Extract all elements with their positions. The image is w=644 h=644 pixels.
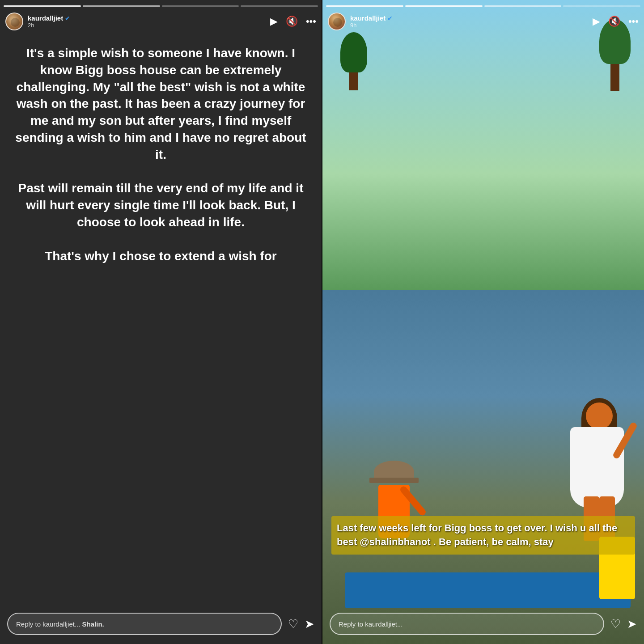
left-reply-placeholder: Reply to kaurdalljiet... Shalin. bbox=[16, 620, 104, 628]
right-reply-input[interactable]: Reply to kaurdalljiet... bbox=[330, 613, 604, 635]
right-progress-bar-1 bbox=[326, 5, 403, 7]
scene-sky bbox=[322, 0, 644, 290]
progress-bar-3 bbox=[162, 5, 239, 7]
right-send-icon[interactable]: ➤ bbox=[627, 617, 637, 631]
progress-bar-4 bbox=[241, 5, 318, 7]
right-username-row: kaurdalljiet ✔ bbox=[350, 14, 393, 22]
progress-bar-1 bbox=[4, 5, 81, 7]
left-username[interactable]: kaurdalljiet bbox=[28, 14, 63, 22]
right-story-panel: kaurdalljiet ✔ 9h ▶ 🔇 ••• Last few weeks… bbox=[322, 0, 644, 644]
left-play-button[interactable]: ▶ bbox=[270, 16, 278, 27]
left-reply-bar: Reply to kaurdalljiet... Shalin. ♡ ➤ bbox=[7, 613, 314, 635]
right-progress-bars bbox=[326, 5, 640, 7]
story-body-text: It's a simple wish to someone I have kno… bbox=[15, 46, 306, 263]
left-verified-icon: ✔ bbox=[65, 15, 70, 22]
left-story-header: kaurdalljiet ✔ 2h ▶ 🔇 ••• bbox=[5, 13, 316, 30]
left-heart-icon[interactable]: ♡ bbox=[288, 617, 298, 631]
right-header-left: kaurdalljiet ✔ 9h bbox=[328, 13, 393, 30]
left-reply-input[interactable]: Reply to kaurdalljiet... Shalin. bbox=[7, 613, 282, 635]
progress-bar-2 bbox=[83, 5, 160, 7]
right-username[interactable]: kaurdalljiet bbox=[350, 14, 386, 22]
left-header-left: kaurdalljiet ✔ 2h bbox=[5, 13, 70, 30]
left-story-text: It's a simple wish to someone I have kno… bbox=[9, 45, 313, 264]
right-overlay-text: Last few weeks left for Bigg boss to get… bbox=[337, 522, 617, 547]
right-timestamp: 9h bbox=[350, 22, 393, 29]
left-avatar[interactable] bbox=[5, 13, 23, 30]
right-progress-bar-4 bbox=[563, 5, 640, 7]
right-header-info: kaurdalljiet ✔ 9h bbox=[350, 14, 393, 29]
left-username-row: kaurdalljiet ✔ bbox=[28, 14, 70, 22]
left-progress-bars bbox=[4, 5, 318, 7]
left-header-controls: ▶ 🔇 ••• bbox=[270, 16, 316, 27]
right-reply-bar: Reply to kaurdalljiet... ♡ ➤ bbox=[330, 613, 637, 635]
right-play-button[interactable]: ▶ bbox=[593, 16, 600, 27]
left-mute-button[interactable]: 🔇 bbox=[286, 16, 298, 27]
left-more-button[interactable]: ••• bbox=[306, 16, 316, 27]
left-timestamp: 2h bbox=[28, 22, 70, 29]
right-progress-bar-3 bbox=[484, 5, 562, 7]
blue-boat bbox=[345, 572, 631, 608]
right-heart-icon[interactable]: ♡ bbox=[610, 617, 621, 631]
panel-divider bbox=[322, 0, 322, 644]
right-more-button[interactable]: ••• bbox=[628, 16, 639, 27]
right-progress-bar-2 bbox=[405, 5, 483, 7]
right-avatar[interactable] bbox=[328, 13, 346, 30]
left-header-info: kaurdalljiet ✔ 2h bbox=[28, 14, 70, 29]
left-send-icon[interactable]: ➤ bbox=[305, 617, 314, 631]
right-story-header: kaurdalljiet ✔ 9h ▶ 🔇 ••• bbox=[328, 13, 639, 30]
right-mute-button[interactable]: 🔇 bbox=[608, 16, 620, 27]
right-header-controls: ▶ 🔇 ••• bbox=[593, 16, 639, 27]
left-story-panel: kaurdalljiet ✔ 2h ▶ 🔇 ••• It's a simple … bbox=[0, 0, 322, 644]
right-verified-icon: ✔ bbox=[387, 15, 393, 22]
tree-left bbox=[340, 32, 367, 90]
right-reply-placeholder: Reply to kaurdalljiet... bbox=[339, 620, 402, 628]
right-text-overlay: Last few weeks left for Bigg boss to get… bbox=[331, 516, 635, 555]
